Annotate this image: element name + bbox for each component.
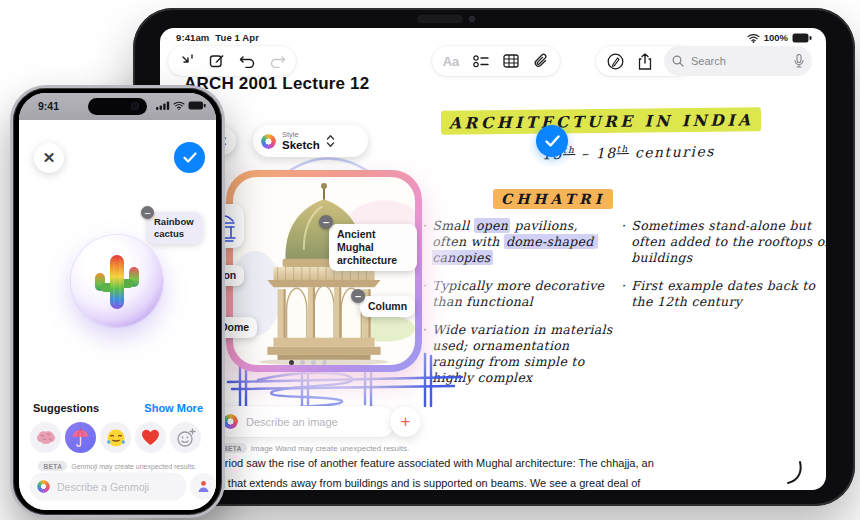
ipad-statusbar-left: 9:41amTue 1 Apr [176,32,265,43]
share-icon[interactable] [632,48,658,74]
ipad-statusbar-right: 100% [747,32,812,43]
genmoji-beta-note: BETA Genmoji may create unexpected resul… [19,461,216,471]
toolbar-format-group: Aa [432,46,560,76]
iphone-device: 9:41 ✕ [10,85,225,518]
ipad-notes-app: 9:41amTue 1 Apr 100% [160,28,826,490]
confirm-check-icon[interactable] [174,142,205,173]
bullet-item: ·First example dates back to the 12th ce… [621,278,826,310]
intelligence-swirl-icon [261,134,276,149]
describe-image-input[interactable] [244,415,387,429]
carousel-dot[interactable] [311,360,316,365]
minus-icon[interactable]: – [141,206,154,219]
search-field[interactable] [664,46,812,76]
carousel-dot[interactable] [289,360,294,365]
style-value: Sketch [282,140,320,152]
toolbar-left-group [168,46,296,76]
umbrella-genmoji-icon[interactable] [65,422,96,453]
image-wand-beta-note: BETA Image Wand may create unexpected re… [218,443,409,453]
show-more-link[interactable]: Show More [144,402,203,414]
handwriting-stroke [782,460,804,486]
intelligence-swirl-icon [37,480,50,493]
signal-icon [156,101,170,110]
ipad-date: Tue 1 Apr [215,32,259,43]
confirm-check-icon[interactable] [536,125,568,157]
image-wand-input-field[interactable] [214,406,396,437]
genmoji-input-field[interactable] [30,473,186,500]
markup-icon[interactable] [602,48,628,74]
ipad-camera-icon [469,16,475,22]
minus-icon[interactable]: – [319,215,333,229]
note-title: ARCH 2001 Lecture 12 [184,74,369,94]
attachment-icon[interactable] [528,48,554,74]
notes-right-column: ·Sometimes stand-alone but often added t… [621,218,826,322]
rainbow-cactus-genmoji [93,251,141,313]
iphone-statusbar-right [156,101,206,110]
battery-icon [188,101,206,110]
tag-ancient-mughal[interactable]: – Ancient Mughal architecture [329,224,417,271]
collapse-icon[interactable] [174,48,200,74]
close-icon[interactable]: ✕ [34,143,64,173]
generated-image [233,177,415,365]
table-icon[interactable] [498,48,524,74]
person-icon [197,480,210,493]
brain-emoji-icon[interactable] [30,422,61,453]
search-icon [672,55,684,67]
generated-image-card[interactable] [226,170,422,372]
typed-note-paragraph: s period saw the rise of another feature… [204,453,814,490]
iphone-genmoji-sheet: 9:41 ✕ [19,93,216,510]
laughing-emoji-icon[interactable] [100,422,131,453]
checklist-icon[interactable] [468,48,494,74]
battery-percent: 100% [764,32,788,43]
handwritten-section-title: CHHATRI [493,191,613,207]
chhatri-illustration [233,177,415,365]
new-emoji-icon[interactable] [170,422,201,453]
beta-text: Image Wand may create unexpected results… [251,444,409,453]
undo-icon[interactable] [234,48,260,74]
wifi-icon [173,101,185,110]
add-prompt-button[interactable]: + [390,406,421,437]
text-format-icon[interactable]: Aa [438,48,464,74]
carousel-dot[interactable] [322,360,327,365]
ipad-camera-bar [417,15,463,23]
compose-icon[interactable] [204,48,230,74]
image-carousel-dots [289,360,327,365]
search-input[interactable] [689,54,789,68]
bullet-item: ·Sometimes stand-alone but often added t… [621,218,826,266]
marketing-canvas: 9:41amTue 1 Apr 100% [0,0,860,520]
redo-icon[interactable] [264,48,290,74]
emoji-suggestions-row [30,422,201,453]
suggestions-title: Suggestions [33,402,99,414]
beta-text: Genmoji may create unexpected results. [71,463,196,470]
tag-column[interactable]: – Column [360,296,415,317]
person-genmoji-button[interactable] [190,473,216,500]
carousel-dot[interactable] [300,360,305,365]
battery-icon [792,33,812,43]
ipad-clock: 9:41am [176,32,209,43]
style-chevron-icon [326,134,335,148]
describe-genmoji-input[interactable] [55,480,179,494]
wifi-icon [747,33,760,43]
minus-icon[interactable]: – [351,289,365,303]
handwritten-subheading: 15th – 18th centuries [542,142,715,162]
mic-icon[interactable] [794,54,804,68]
intelligence-swirl-icon [223,414,238,429]
front-camera-icon [131,102,139,110]
iphone-clock: 9:41 [38,100,59,112]
beta-badge: BETA [38,461,67,471]
style-label: Style [282,131,320,139]
heart-emoji-icon[interactable] [135,422,166,453]
genmoji-prompt-tag[interactable]: Rainbow cactus [147,212,203,244]
ipad-device: 9:41amTue 1 Apr 100% [133,8,855,506]
style-selector[interactable]: Style Sketch [253,125,368,157]
